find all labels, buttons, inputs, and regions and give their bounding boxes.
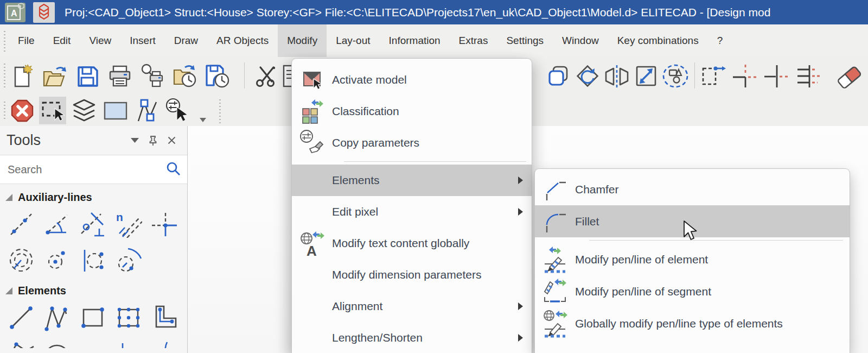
rotate-icon[interactable]	[574, 62, 601, 90]
submenu-item-modify-pen-line-segment[interactable]: Modify pen/line of segment	[535, 275, 850, 307]
circles-icon[interactable]	[40, 336, 74, 348]
select-rectangle-icon[interactable]	[39, 97, 66, 124]
save-icon[interactable]	[74, 62, 101, 90]
extend-lines-icon[interactable]	[794, 62, 821, 90]
menu-item-edit-pixel[interactable]: Edit pixel	[292, 196, 532, 228]
stretch-icon[interactable]	[700, 62, 727, 90]
menubar-grip[interactable]	[4, 30, 5, 52]
svg-text:n: n	[116, 211, 123, 223]
menu-item-lengthen-shorten[interactable]: Lengthen/Shorten	[292, 322, 532, 353]
menu-key-combinations[interactable]: Key combinations	[608, 24, 708, 57]
print-preview-icon[interactable]	[139, 62, 166, 90]
submenu-arrow-icon	[518, 302, 523, 310]
print-icon[interactable]	[106, 62, 133, 90]
polyline-icon[interactable]	[40, 300, 74, 335]
rectangle-tool-icon[interactable]	[102, 97, 129, 124]
save-timed-icon[interactable]	[204, 62, 231, 90]
menu-information[interactable]: Information	[380, 24, 450, 57]
contour-icon[interactable]	[148, 300, 181, 335]
aux-parallel-lines-icon[interactable]: n	[112, 207, 145, 242]
menu-item-alignment[interactable]: Alignment	[292, 291, 532, 322]
menu-item-copy-parameters[interactable]: Copy parameters	[292, 127, 532, 159]
menu-window[interactable]: Window	[553, 24, 608, 57]
submenu-item-chamfer[interactable]: Chamfer	[535, 173, 850, 205]
aux-concentric-circles-icon[interactable]	[4, 243, 38, 278]
toolbar1-grip[interactable]	[4, 62, 5, 90]
toolbar-separator	[244, 62, 245, 89]
elitecad-logo-icon	[33, 2, 55, 23]
line-arc-icon[interactable]	[112, 336, 145, 348]
elitecad-window: A Proj:<CAD_Object1> Struct:<House> Stor…	[0, 0, 868, 353]
new-file-icon[interactable]	[9, 62, 36, 90]
menu-item-elements[interactable]: Elements	[292, 165, 532, 196]
aux-circle-tangent-icon[interactable]	[76, 243, 110, 278]
tools-panel-header: Tools	[0, 126, 187, 155]
aux-angle-line-icon[interactable]	[40, 207, 74, 242]
menu-item-modify-dimension-parameters[interactable]: Modify dimension parameters	[292, 259, 532, 291]
curve-icon[interactable]	[148, 336, 181, 348]
layers-icon[interactable]	[71, 97, 98, 124]
trim-corner-icon[interactable]	[731, 62, 758, 90]
rectangle-points-icon[interactable]	[112, 300, 145, 335]
classification-icon	[299, 97, 324, 125]
mouse-cursor	[682, 220, 698, 243]
eraser-icon[interactable]	[835, 62, 868, 90]
panel-dropdown-icon[interactable]	[125, 133, 144, 149]
section-elements[interactable]: Elements	[0, 278, 187, 298]
menu-view[interactable]: View	[80, 24, 120, 57]
search-icon[interactable]	[166, 161, 181, 178]
menu-modify[interactable]: Modify	[278, 24, 327, 57]
menu-settings[interactable]: Settings	[497, 24, 553, 57]
submenu-item-modify-pen-line-element[interactable]: Modify pen/line of element	[535, 243, 850, 275]
scale-icon[interactable]	[633, 62, 660, 90]
toolbar2-grip[interactable]	[4, 100, 5, 121]
arc-icon[interactable]	[76, 336, 110, 348]
cut-icon[interactable]	[253, 62, 280, 90]
modify-text-globally-icon: A	[299, 229, 324, 257]
menu-draw[interactable]: Draw	[165, 24, 207, 57]
menu-insert[interactable]: Insert	[120, 24, 165, 57]
select-polyline-icon[interactable]	[133, 97, 161, 124]
menu-item-classification[interactable]: Classification	[292, 96, 532, 127]
menu-edit[interactable]: Edit	[44, 24, 80, 57]
aux-perpendicular-icon[interactable]	[76, 207, 110, 242]
aux-cross-icon[interactable]	[148, 207, 181, 242]
menu-bar: File Edit View Insert Draw AR Objects Mo…	[0, 24, 868, 57]
menu-item-activate-model[interactable]: Activate model	[292, 64, 532, 96]
chevron-down-icon[interactable]	[200, 115, 206, 124]
menu-separator	[344, 161, 526, 162]
open-recent-icon[interactable]	[171, 62, 199, 90]
menu-lay-out[interactable]: Lay-out	[327, 24, 379, 57]
elitecad-a-icon: A	[5, 3, 25, 22]
menu-item-modify-text-globally[interactable]: A Modify text content globally	[292, 228, 532, 259]
search-input[interactable]	[7, 163, 166, 177]
submenu-item-globally-modify-pen-line[interactable]: Globally modify pen/line type of element…	[535, 307, 850, 339]
mirror-icon[interactable]	[603, 62, 630, 90]
globally-modify-pen-line-icon	[542, 310, 567, 338]
rectangle-icon[interactable]	[76, 300, 110, 335]
pin-icon[interactable]	[144, 133, 162, 149]
activate-model-icon	[299, 66, 324, 94]
aux-tangent-arc-icon[interactable]	[112, 243, 145, 278]
modify-pen-line-element-icon	[542, 245, 567, 274]
copy-icon[interactable]	[545, 62, 572, 90]
aux-line-2points-icon[interactable]	[4, 207, 38, 242]
select-similar-icon[interactable]	[662, 62, 689, 90]
title-bar: A Proj:<CAD_Object1> Struct:<House> Stor…	[0, 0, 868, 24]
menu-help[interactable]: ?	[708, 24, 732, 57]
menu-file[interactable]: File	[9, 24, 44, 57]
menu-ar-objects[interactable]: AR Objects	[207, 24, 278, 57]
fillet-icon	[542, 207, 567, 236]
section-auxiliary-lines[interactable]: Auxiliary-lines	[0, 184, 187, 205]
close-icon[interactable]	[162, 133, 181, 149]
aux-circle-center-icon[interactable]	[40, 243, 74, 278]
elements-grid	[0, 298, 187, 335]
submenu-arrow-icon	[518, 177, 523, 184]
cancel-icon[interactable]	[9, 97, 36, 124]
trim-line-icon[interactable]	[763, 62, 790, 90]
polygon-icon[interactable]	[4, 336, 38, 348]
menu-extras[interactable]: Extras	[450, 24, 497, 57]
line-icon[interactable]	[4, 300, 38, 335]
pick-parameters-icon[interactable]	[164, 97, 191, 124]
open-folder-icon[interactable]	[41, 62, 68, 90]
